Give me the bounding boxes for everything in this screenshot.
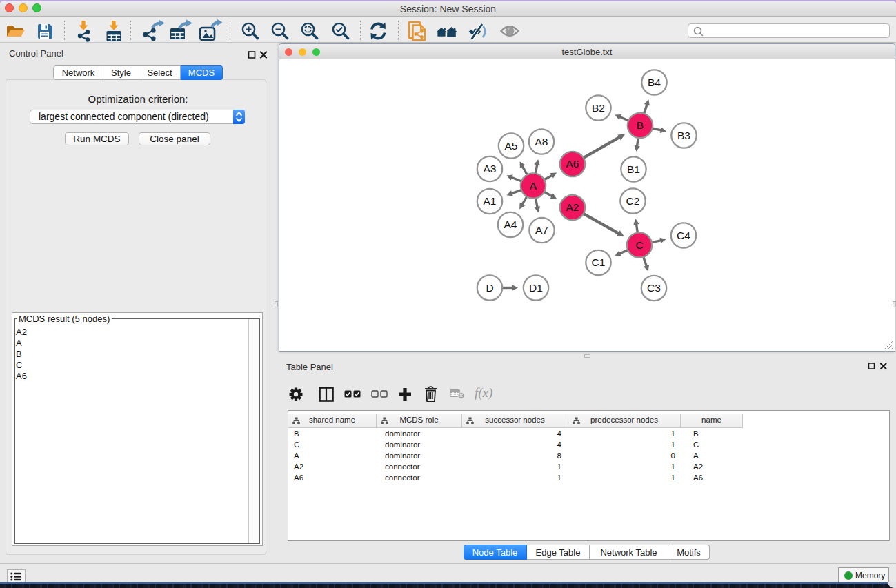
svg-text:C3: C3 bbox=[647, 282, 661, 294]
svg-text:A1: A1 bbox=[484, 195, 497, 207]
svg-text:A7: A7 bbox=[535, 224, 548, 236]
svg-text:B1: B1 bbox=[627, 163, 640, 175]
svg-text:A: A bbox=[530, 180, 537, 192]
svg-text:B: B bbox=[637, 119, 644, 131]
svg-text:C4: C4 bbox=[677, 230, 690, 241]
svg-text:A8: A8 bbox=[535, 136, 548, 148]
svg-text:A4: A4 bbox=[504, 219, 517, 230]
svg-text:C2: C2 bbox=[626, 195, 640, 207]
svg-text:A6: A6 bbox=[566, 158, 579, 170]
svg-text:C1: C1 bbox=[592, 256, 606, 268]
svg-text:A2: A2 bbox=[566, 201, 579, 213]
svg-text:A5: A5 bbox=[505, 140, 518, 152]
svg-text:D1: D1 bbox=[529, 282, 543, 294]
svg-text:B4: B4 bbox=[648, 77, 661, 88]
svg-text:D: D bbox=[486, 282, 493, 294]
svg-text:B2: B2 bbox=[592, 102, 605, 114]
svg-text:A3: A3 bbox=[484, 163, 497, 174]
svg-text:C: C bbox=[635, 239, 643, 251]
svg-text:B3: B3 bbox=[677, 130, 690, 141]
